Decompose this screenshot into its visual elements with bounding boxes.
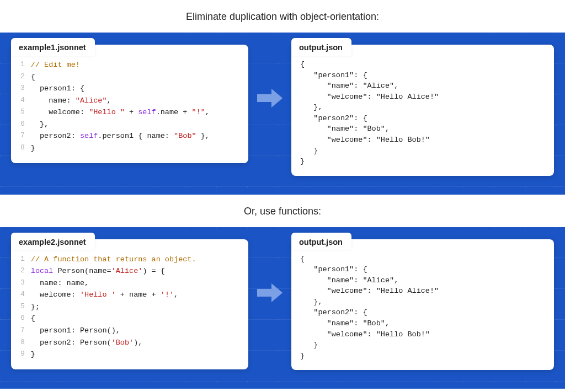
section2-heading: Or, use functions: [0,195,565,227]
code-line[interactable]: person1: Person(), [30,325,197,337]
arrow-icon [256,283,284,302]
line-number: 4 [20,289,30,301]
code-line[interactable]: welcome: "Hello " + self.name + "!", [30,106,210,119]
code-line[interactable]: name: "Alice", [30,95,210,107]
code-line[interactable]: } [30,142,210,154]
code-line[interactable]: person2: self.person1 { name: "Bob" }, [30,130,210,142]
line-number: 6 [20,313,30,325]
section2-output-code: { "person1": { "name": "Alice", "welcome… [291,239,554,370]
section1-output-code: { "person1": { "name": "Alice", "welcome… [291,45,554,176]
section2-output-card: output.json { "person1": { "name": "Alic… [291,239,554,370]
section1-input-code[interactable]: 1// Edit me!2{3 person1: {4 name: "Alice… [11,45,248,163]
line-number: 7 [20,130,30,142]
section2-input-code[interactable]: 1// A function that returns an object.2l… [11,239,248,369]
section2-output-tab: output.json [291,233,351,251]
section1-heading: Eliminate duplication with object-orient… [0,0,565,33]
code-line[interactable]: { [30,71,210,83]
line-number: 9 [20,348,30,361]
section2-input-card: example2.jsonnet 1// A function that ret… [11,239,248,369]
section1-input-card: example1.jsonnet 1// Edit me!2{3 person1… [11,45,248,163]
line-number: 1 [20,59,30,71]
line-number: 2 [20,71,30,83]
arrow-icon [256,89,284,108]
line-number: 3 [20,83,30,95]
code-line[interactable]: // Edit me! [30,59,210,71]
code-line[interactable]: }, [30,119,210,131]
line-number: 6 [20,119,30,131]
section2-input-tab: example2.jsonnet [11,233,95,251]
line-number: 5 [20,301,30,313]
line-number: 3 [20,277,30,289]
line-number: 7 [20,325,30,337]
code-line[interactable]: person1: { [30,83,210,95]
line-number: 1 [20,254,30,266]
code-line[interactable]: } [30,348,197,361]
code-line[interactable]: // A function that returns an object. [30,254,197,266]
line-number: 2 [20,265,30,277]
line-number: 5 [20,106,30,119]
section1-input-tab: example1.jsonnet [11,38,95,56]
section2-band: example2.jsonnet 1// A function that ret… [0,227,565,389]
section1-output-card: output.json { "person1": { "name": "Alic… [291,45,554,176]
code-line[interactable]: }; [30,301,197,313]
section1-output-tab: output.json [291,38,351,56]
code-line[interactable]: { [30,313,197,325]
code-line[interactable]: local Person(name='Alice') = { [30,265,197,277]
line-number: 8 [20,142,30,154]
code-line[interactable]: welcome: 'Hello ' + name + '!', [30,289,197,301]
code-line[interactable]: name: name, [30,277,197,289]
line-number: 4 [20,95,30,107]
line-number: 8 [20,337,30,349]
code-line[interactable]: person2: Person('Bob'), [30,337,197,349]
section1-band: example1.jsonnet 1// Edit me!2{3 person1… [0,33,565,195]
